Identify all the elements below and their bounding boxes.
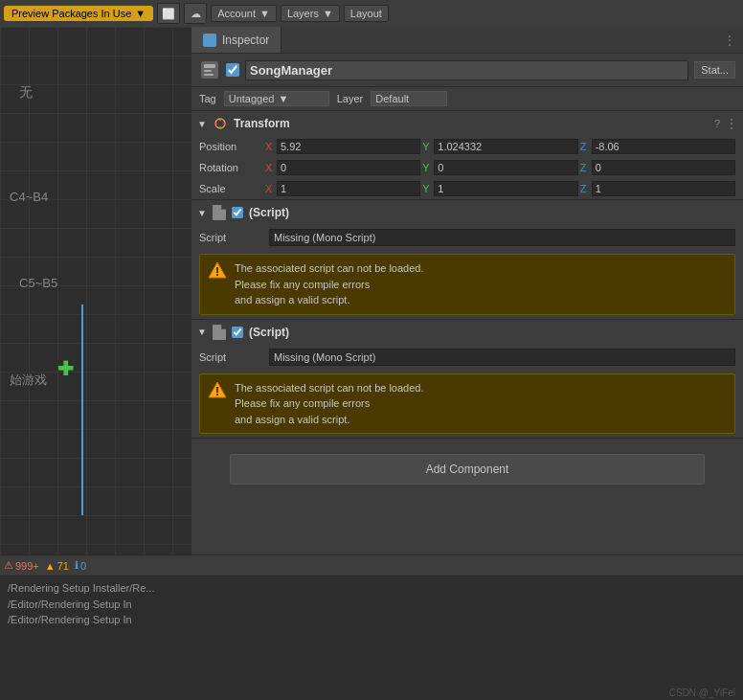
script2-warning-text: The associated script can not be loaded.… [235, 380, 424, 428]
rotation-x-axis: X [265, 162, 275, 173]
svg-rect-1 [204, 64, 215, 68]
scale-y-input[interactable] [434, 181, 577, 196]
console-content: /Rendering Setup Installer/Re... /Editor… [0, 576, 743, 686]
rotation-z-input[interactable] [592, 160, 735, 175]
rotation-y-input[interactable] [434, 160, 577, 175]
scene-label-c5b5: C5~B5 [19, 276, 57, 290]
script2-row: Script Missing (Mono Script) [191, 345, 743, 370]
tag-layer-row: Tag Untagged ▼ Layer Default [191, 87, 743, 111]
toolbar-icon-2[interactable]: ☁ [184, 3, 207, 24]
main-layout: ⋮ 无 C4~B4 C5~B5 始游戏 ✚ Inspector ⋮ [0, 27, 743, 554]
position-x-input[interactable] [277, 139, 420, 154]
script1-collapse-arrow: ▼ [197, 208, 207, 218]
add-component-button[interactable]: Add Component [230, 454, 705, 485]
info-icon: ℹ [75, 559, 79, 572]
svg-text:!: ! [215, 265, 219, 279]
inspector-tab-bar: Inspector ⋮ [191, 27, 743, 54]
scale-z-axis: Z [580, 183, 590, 194]
scale-fields: X Y Z [265, 181, 735, 196]
scale-x-input[interactable] [277, 181, 420, 196]
info-count: 0 [80, 560, 86, 572]
position-y-field: Y [422, 139, 577, 154]
layer-label: Layer [337, 93, 364, 104]
tab-more-button[interactable]: ⋮ [716, 34, 743, 47]
position-z-axis: Z [580, 141, 590, 152]
console-panel: /Rendering Setup Installer/Re... /Editor… [0, 576, 743, 700]
scene-view[interactable]: 无 C4~B4 C5~B5 始游戏 ✚ [0, 27, 191, 554]
scene-panel: ⋮ 无 C4~B4 C5~B5 始游戏 ✚ [0, 27, 191, 554]
scene-grid [0, 27, 191, 554]
transform-header[interactable]: ▼ Transform ? ⋮ [191, 111, 743, 136]
info-badge[interactable]: ℹ 0 [75, 559, 86, 572]
rotation-label: Rotation [199, 162, 261, 173]
gameobject-name-input[interactable] [245, 60, 688, 80]
layer-dropdown[interactable]: Default [371, 91, 447, 106]
scene-label-wu: 无 [19, 84, 33, 102]
transform-section: ▼ Transform ? ⋮ Position [191, 111, 743, 200]
transform-help-icon[interactable]: ? [714, 118, 720, 129]
script1-label: Script [199, 232, 261, 243]
rotation-x-input[interactable] [277, 160, 420, 175]
rotation-y-field: Y [422, 160, 577, 175]
preview-packages-button[interactable]: Preview Packages In Use ▼ [4, 6, 153, 21]
script1-warning-text: The associated script can not be loaded.… [235, 260, 424, 308]
toolbar-icon-1[interactable]: ⬜ [157, 3, 180, 24]
warning-badge[interactable]: ▲ 71 [45, 560, 69, 572]
layers-arrow-icon: ▼ [323, 8, 333, 19]
scene-label-c4b4: C4~B4 [10, 190, 48, 204]
watermark: CSDN @_YiFei [0, 686, 743, 700]
bottom-status-bar: ⚠ 999+ ▲ 71 ℹ 0 [0, 554, 743, 576]
gameobject-active-checkbox[interactable] [226, 63, 239, 77]
script2-active-checkbox[interactable] [232, 327, 243, 338]
transform-settings-icon[interactable]: ⋮ [726, 117, 737, 130]
scale-x-field: X [265, 181, 420, 196]
tag-label: Tag [199, 93, 216, 104]
scale-label: Scale [199, 183, 261, 194]
position-y-input[interactable] [434, 139, 577, 154]
transform-collapse-arrow: ▼ [197, 119, 207, 129]
script1-row: Script Missing (Mono Script) [191, 225, 743, 250]
position-fields: X Y Z [265, 139, 735, 154]
inspector-body[interactable]: Stat... Tag Untagged ▼ Layer Default ▼ [191, 54, 743, 554]
position-label: Position [199, 141, 261, 152]
script2-header[interactable]: ▼ (Script) [191, 320, 743, 345]
tag-arrow-icon: ▼ [278, 93, 288, 104]
script1-value: Missing (Mono Script) [269, 229, 735, 246]
gameobject-static-button[interactable]: Stat... [694, 61, 735, 79]
script2-warning-box: ! The associated script can not be loade… [199, 373, 735, 435]
svg-text:!: ! [215, 385, 219, 398]
gameobject-header: Stat... [191, 54, 743, 87]
script1-warning-box: ! The associated script can not be loade… [199, 254, 735, 315]
account-dropdown[interactable]: Account ▼ [211, 5, 277, 22]
script1-section: ▼ (Script) Script Missing (Mono Script) … [191, 200, 743, 320]
position-z-input[interactable] [592, 139, 735, 154]
position-y-axis: Y [422, 141, 432, 152]
inspector-tab[interactable]: Inspector [191, 27, 281, 53]
script1-title: (Script) [249, 206, 737, 219]
error-badge[interactable]: ⚠ 999+ [4, 559, 39, 572]
script2-value: Missing (Mono Script) [269, 349, 735, 366]
script2-title: (Script) [249, 326, 737, 339]
add-component-container: Add Component [191, 439, 743, 500]
transform-title: Transform [234, 117, 709, 130]
tag-dropdown[interactable]: Untagged ▼ [224, 91, 329, 106]
scale-z-input[interactable] [592, 181, 735, 196]
blue-line [81, 305, 83, 515]
script2-section: ▼ (Script) Script Missing (Mono Script) … [191, 320, 743, 440]
rotation-y-axis: Y [422, 162, 432, 173]
inspector-panel: Inspector ⋮ Stat... Tag [191, 27, 743, 554]
inspector-tab-label: Inspector [222, 34, 269, 47]
script1-active-checkbox[interactable] [232, 207, 243, 218]
script1-header[interactable]: ▼ (Script) [191, 200, 743, 225]
warning-count: 71 [57, 560, 69, 572]
svg-rect-2 [204, 70, 212, 72]
warning-icon: ▲ [45, 560, 56, 572]
layout-dropdown[interactable]: Layout [344, 5, 389, 22]
script2-collapse-arrow: ▼ [197, 327, 207, 337]
position-x-field: X [265, 139, 420, 154]
script2-warning-icon: ! [208, 380, 227, 399]
svg-rect-3 [204, 74, 214, 76]
green-cross-icon: ✚ [57, 357, 74, 380]
rotation-row: Rotation X Y Z [191, 157, 743, 178]
layers-dropdown[interactable]: Layers ▼ [281, 5, 340, 22]
